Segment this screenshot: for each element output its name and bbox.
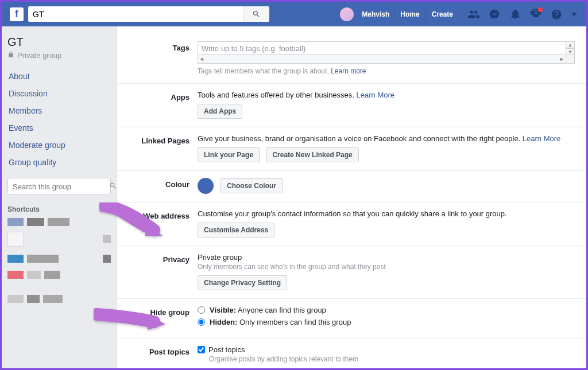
create-link[interactable]: Create [425,7,459,22]
search-input[interactable] [28,6,243,22]
section-post-topics: Post topics Post topics Organise posts b… [117,338,586,368]
visible-radio[interactable] [198,306,205,314]
post-topics-checkbox[interactable] [198,346,205,353]
sidebar-search-input[interactable] [13,182,109,191]
sidebar-item-members[interactable]: Members [7,102,111,119]
shortcut-item[interactable] [7,271,111,279]
tags-description: Tags tell members what the group is abou… [198,67,575,75]
change-privacy-button[interactable]: Change Privacy Setting [198,275,287,290]
label-post-topics: Post topics [129,345,198,363]
linked-learn-more-link[interactable]: Learn More [523,134,560,143]
label-colour: Colour [129,178,198,194]
linked-description: Give your business, brand or organisatio… [198,134,575,143]
create-linked-page-button[interactable]: Create New Linked Page [266,147,358,162]
shortcut-item[interactable] [7,295,111,303]
section-web-address: Web address Customise your group's conta… [117,202,586,246]
avatar[interactable] [340,7,354,21]
group-privacy-label: Private group [7,51,111,60]
web-description: Customise your group's contact informati… [198,209,575,218]
hidden-option[interactable]: Hidden: Only members can find this group [198,318,575,326]
label-tags: Tags [129,41,198,75]
section-tags: Tags Write up to 5 tags (e.g. football) … [117,26,586,84]
section-linked-pages: Linked Pages Give your business, brand o… [117,127,586,171]
post-topics-check-label: Post topics [208,345,245,354]
colour-swatch [198,178,214,194]
profile-name[interactable]: Mehvish [357,10,394,18]
shortcut-item[interactable] [7,255,111,263]
hidden-radio[interactable] [198,318,205,326]
friend-requests-icon[interactable] [467,7,481,21]
label-privacy: Privacy [129,253,198,290]
sidebar-item-quality[interactable]: Group quality [7,154,111,171]
section-apps: Apps Tools and features offered by other… [117,84,586,127]
label-hide-group: Hide group [129,306,198,330]
section-hide-group: Hide group Visible: Anyone can find this… [117,299,586,338]
search-icon [252,10,261,18]
section-colour: Colour Choose Colour [117,171,586,202]
topbar-right: Mehvish Home Create [340,7,582,22]
post-topics-sub: Organise posts by adding topics relevant… [209,355,575,363]
choose-colour-button[interactable]: Choose Colour [220,178,283,193]
group-privacy-text: Private group [17,51,61,60]
search-button[interactable] [243,6,269,22]
apps-description: Tools and features offered by other busi… [198,91,575,99]
tags-input[interactable]: Write up to 5 tags (e.g. football) [198,41,566,55]
sidebar-nav: About Discussion Members Events Moderate… [7,68,111,171]
topbar: f Mehvish Home Create [2,2,586,26]
sidebar-item-moderate[interactable]: Moderate group [7,137,111,154]
shortcut-item[interactable] [7,218,111,226]
section-privacy: Privacy Private group Only members can s… [117,246,586,299]
notification-badge [538,7,543,12]
main-content: Tags Write up to 5 tags (e.g. football) … [117,26,586,368]
shortcuts-heading: Shortcuts [7,205,111,213]
label-linked-pages: Linked Pages [129,134,198,162]
privacy-value: Private group [198,253,575,262]
notifications-icon[interactable] [508,7,522,21]
help-icon[interactable] [550,7,563,21]
lock-icon [7,51,14,60]
visible-option[interactable]: Visible: Anyone can find this group [198,306,575,314]
group-title: GT [7,36,111,49]
sidebar: GT Private group About Discussion Member… [2,26,117,368]
search-wrap [28,6,269,22]
tags-v-scrollbar[interactable]: ▲ ▼ [566,41,575,64]
account-menu-caret[interactable] [571,13,577,16]
label-apps: Apps [129,91,198,119]
messenger-icon[interactable] [488,7,501,21]
post-topics-check-row[interactable]: Post topics [198,345,575,354]
customise-address-button[interactable]: Customise Address [198,223,274,237]
tags-learn-more-link[interactable]: Learn more [331,67,366,75]
add-apps-button[interactable]: Add Apps [198,104,242,119]
label-web-address: Web address [129,209,198,237]
facebook-logo[interactable]: f [10,7,24,21]
search-icon [109,182,117,192]
sidebar-search[interactable] [7,178,111,195]
privacy-sub: Only members can see who's in the group … [198,263,575,271]
sidebar-item-about[interactable]: About [7,68,111,85]
sidebar-item-events[interactable]: Events [7,119,111,137]
quick-help-icon[interactable] [529,7,543,21]
home-link[interactable]: Home [394,7,425,22]
apps-learn-more-link[interactable]: Learn More [357,91,394,99]
sidebar-item-discussion[interactable]: Discussion [7,85,111,102]
shortcut-item[interactable] [7,232,111,247]
link-page-button[interactable]: Link your Page [198,147,260,162]
tags-h-scrollbar[interactable]: ◄► [198,55,566,64]
